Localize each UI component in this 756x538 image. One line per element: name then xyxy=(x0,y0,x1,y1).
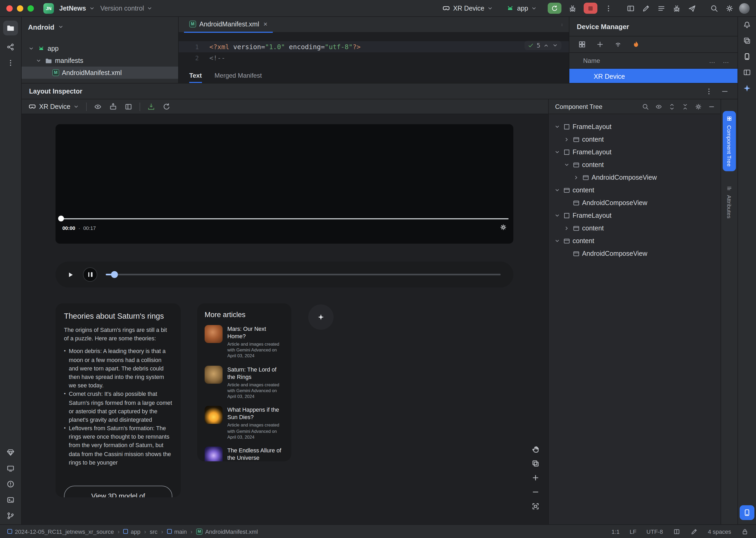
seek-slider[interactable] xyxy=(106,274,501,275)
user-avatar[interactable] xyxy=(739,3,750,14)
project-tree-item[interactable]: manifests xyxy=(22,54,178,67)
video-player[interactable]: 00:00 · 00:17 xyxy=(55,124,513,243)
component-tree-item[interactable]: content xyxy=(549,222,721,235)
chevron-down-icon[interactable] xyxy=(553,238,561,244)
terminal-icon[interactable] xyxy=(6,496,15,504)
close-window-button[interactable] xyxy=(6,5,13,11)
project-view-selector[interactable]: Android xyxy=(22,17,178,37)
chevron-down-icon[interactable] xyxy=(553,149,561,155)
inspector-canvas[interactable]: 00:00 · 00:17 Theories about Saturn's ri… xyxy=(22,114,548,524)
inspections-widget[interactable]: 5 xyxy=(524,41,561,50)
device-manager-icon[interactable] xyxy=(743,52,751,61)
expand-all-icon[interactable] xyxy=(668,103,676,110)
vcs-menu[interactable]: Version control xyxy=(100,5,153,12)
code-editor[interactable]: 1<?xml version="1.0" encoding="utf-8"?>2… xyxy=(179,33,569,69)
app-quality-insights-icon[interactable] xyxy=(6,448,15,457)
chevron-down-icon[interactable] xyxy=(562,162,570,168)
chevron-right-icon[interactable] xyxy=(562,136,570,143)
component-tree-item[interactable]: content xyxy=(549,184,721,196)
chevron-down-icon[interactable] xyxy=(27,45,35,52)
component-tree-item[interactable]: content xyxy=(549,159,721,171)
layout-mode-icon[interactable] xyxy=(124,102,133,111)
component-tree-item[interactable]: FrameLayout xyxy=(549,209,721,222)
more-actions-icon[interactable] xyxy=(604,4,613,12)
firebase-icon[interactable] xyxy=(632,40,640,49)
project-tool-button[interactable] xyxy=(3,21,18,35)
zoom-in-icon[interactable] xyxy=(531,473,540,482)
export-snapshot-icon[interactable] xyxy=(147,102,155,111)
component-tree-item[interactable]: content xyxy=(549,133,721,146)
view-tab-merged-manifest[interactable]: Merged Manifest xyxy=(215,69,262,83)
play-button[interactable] xyxy=(66,270,75,279)
highlight-icon[interactable] xyxy=(690,528,698,535)
minimize-window-button[interactable] xyxy=(17,5,23,11)
panel-options-icon[interactable] xyxy=(705,87,713,95)
collapse-all-icon[interactable] xyxy=(681,103,689,110)
editor-layout-icon[interactable] xyxy=(626,4,635,12)
breadcrumb-item[interactable]: 2024-12-05_RC11_jetnews_xr_source xyxy=(7,528,114,535)
group-devices-icon[interactable] xyxy=(578,40,586,49)
spatial-mode-button[interactable] xyxy=(308,304,334,330)
zoom-out-icon[interactable] xyxy=(531,488,540,496)
settings-icon[interactable] xyxy=(725,4,734,12)
snapshot-icon[interactable] xyxy=(109,102,117,111)
caret-position[interactable]: 1:1 xyxy=(611,528,619,535)
component-tree-item[interactable]: AndroidComposeView xyxy=(549,171,721,184)
notifications-icon[interactable] xyxy=(743,21,751,29)
structure-icon[interactable] xyxy=(6,43,15,51)
component-tree-item[interactable]: AndroidComposeView xyxy=(549,196,721,209)
view-options-icon[interactable] xyxy=(93,102,102,111)
chevron-down-icon[interactable] xyxy=(34,57,42,64)
tree-settings-icon[interactable] xyxy=(695,103,702,110)
bug-report-icon[interactable] xyxy=(672,4,681,12)
view-tab-text[interactable]: Text xyxy=(189,69,202,83)
video-settings-icon[interactable] xyxy=(499,224,507,231)
zoom-window-button[interactable] xyxy=(28,5,34,11)
tab-attributes[interactable]: Attributes xyxy=(726,181,732,223)
problems-icon[interactable] xyxy=(6,480,15,488)
article-list-item[interactable]: The Endless Allure of the UniverseArticl… xyxy=(204,447,284,461)
view-3d-model-button[interactable]: View 3D model of xyxy=(64,486,172,497)
breadcrumb-item[interactable]: app xyxy=(123,528,141,535)
editor-line[interactable]: 1<?xml version="1.0" encoding="utf-8"?> xyxy=(179,41,569,52)
rerun-button[interactable] xyxy=(548,3,561,14)
article-list-item[interactable]: Saturn: The Lord of the RingsArticle and… xyxy=(204,365,284,400)
prev-problem-icon[interactable] xyxy=(543,42,549,49)
breadcrumb-item[interactable]: main xyxy=(167,528,187,535)
chevron-down-icon[interactable] xyxy=(553,212,561,219)
file-encoding[interactable]: UTF-8 xyxy=(647,528,663,535)
component-tree-item[interactable]: FrameLayout xyxy=(549,121,721,133)
debug-icon[interactable] xyxy=(568,4,577,12)
component-tree-item[interactable]: FrameLayout xyxy=(549,146,721,159)
lock-icon[interactable] xyxy=(741,528,749,535)
indent-setting[interactable]: 4 spaces xyxy=(708,528,731,535)
next-problem-icon[interactable] xyxy=(552,42,558,49)
chevron-down-icon[interactable] xyxy=(553,187,561,193)
chevron-down-icon[interactable] xyxy=(553,124,561,130)
gemini-icon[interactable] xyxy=(743,84,751,92)
chevron-right-icon[interactable] xyxy=(572,174,580,181)
editor-line[interactable]: 2<!-- xyxy=(179,52,569,63)
video-playhead[interactable] xyxy=(58,216,64,221)
video-progress-bar[interactable] xyxy=(60,218,508,219)
zoom-to-fit-icon[interactable] xyxy=(531,502,540,511)
device-explorer-icon[interactable] xyxy=(743,68,751,77)
article-list-item[interactable]: Mars: Our Next Home?Article and images c… xyxy=(204,325,284,359)
tab-component-tree[interactable]: Component Tree xyxy=(723,111,736,171)
hide-tree-icon[interactable] xyxy=(708,103,715,110)
gradle-icon[interactable] xyxy=(743,36,751,45)
todo-list-icon[interactable] xyxy=(657,4,666,12)
project-tree-item[interactable]: MAndroidManifest.xml xyxy=(22,67,178,79)
send-feedback-icon[interactable] xyxy=(688,4,696,12)
device-row-selected[interactable]: XR Device xyxy=(569,69,737,83)
reader-mode-icon[interactable] xyxy=(673,528,680,535)
component-tree-item[interactable]: content xyxy=(549,235,721,247)
stop-button[interactable] xyxy=(584,3,597,14)
chevron-right-icon[interactable] xyxy=(562,225,570,232)
project-menu[interactable]: JetNews xyxy=(59,5,95,12)
add-device-icon[interactable] xyxy=(596,40,604,49)
search-icon[interactable] xyxy=(642,103,649,110)
project-tree-item[interactable]: app xyxy=(22,42,178,54)
slider-knob[interactable] xyxy=(111,271,118,278)
column-overflow[interactable]: … xyxy=(709,57,715,64)
